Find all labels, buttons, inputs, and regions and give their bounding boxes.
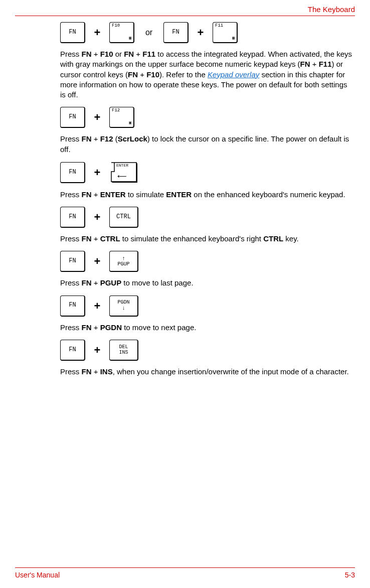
pgdn-key: PGDN ↓: [109, 296, 138, 317]
enter-key: ENTER ⟵: [109, 162, 138, 184]
keyrow-pgup: FN + ↑ PGUP: [60, 251, 354, 272]
para-ctrl: Press FN + CTRL to simulate the enhanced…: [60, 234, 354, 244]
del-ins-key: DEL INS: [109, 340, 138, 361]
plus-icon: +: [92, 255, 102, 268]
plus-icon: +: [92, 26, 102, 39]
f11-key: F11 ▦: [213, 22, 238, 43]
or-label: or: [141, 28, 156, 37]
plus-icon: +: [92, 111, 102, 124]
page-footer: User's Manual 5-3: [15, 567, 355, 579]
f12-key: F12 ▣: [109, 107, 134, 128]
page: The Keyboard FN + F10 ▦ or FN + F11 ▦ Pr…: [0, 0, 370, 588]
f10-key: F10 ▦: [109, 22, 134, 43]
para-pgdn: Press FN + PGDN to move to next page.: [60, 323, 354, 333]
keyrow-ctrl: FN + CTRL: [60, 207, 354, 228]
enter-arrow-icon: ⟵: [117, 173, 127, 180]
plus-icon: +: [92, 166, 102, 179]
para-f12: Press FN + F12 (ScrLock) to lock the cur…: [60, 134, 354, 155]
fn-key: FN: [60, 162, 85, 183]
plus-icon: +: [92, 300, 102, 313]
fn-key: FN: [60, 296, 85, 317]
plus-icon: +: [92, 211, 102, 224]
fn-key: FN: [60, 22, 85, 43]
scrlock-icon: ▣: [129, 121, 131, 125]
plus-icon: +: [196, 26, 206, 39]
header-title: The Keyboard: [308, 5, 355, 14]
keyrow-enter: FN + ENTER ⟵: [60, 162, 354, 184]
ctrl-key: CTRL: [109, 207, 138, 228]
keyrow-pgdn: FN + PGDN ↓: [60, 296, 354, 317]
para-enter: Press FN + ENTER to simulate ENTER on th…: [60, 190, 354, 200]
fn-key: FN: [60, 207, 85, 228]
down-arrow-icon: ↓: [122, 305, 125, 311]
keyrow-f10-f11: FN + F10 ▦ or FN + F11 ▦: [60, 22, 354, 43]
para-ins: Press FN + INS, when you change insertio…: [60, 367, 354, 377]
fn-key: FN: [60, 107, 85, 128]
para-f10-f11: Press FN + F10 or FN + F11 to access the…: [60, 49, 354, 100]
para-pgup: Press FN + PGUP to move to last page.: [60, 278, 354, 288]
keyrow-f12: FN + F12 ▣: [60, 107, 354, 128]
keypad-overlay-link[interactable]: Keypad overlay: [208, 70, 259, 79]
plus-icon: +: [92, 344, 102, 357]
keyrow-ins: FN + DEL INS: [60, 340, 354, 361]
content: FN + F10 ▦ or FN + F11 ▦ Press FN + F10 …: [60, 22, 354, 377]
fn-key: FN: [60, 251, 85, 272]
pgup-key: ↑ PGUP: [109, 251, 138, 272]
footer-right: 5-3: [345, 571, 355, 579]
footer-left: User's Manual: [15, 571, 60, 579]
overlay-icon: ▦: [232, 36, 235, 41]
fn-key: FN: [60, 340, 85, 361]
overlay-icon: ▦: [129, 36, 131, 41]
up-arrow-icon: ↑: [122, 255, 125, 261]
page-header: The Keyboard: [15, 5, 355, 16]
fn-key: FN: [163, 22, 189, 43]
